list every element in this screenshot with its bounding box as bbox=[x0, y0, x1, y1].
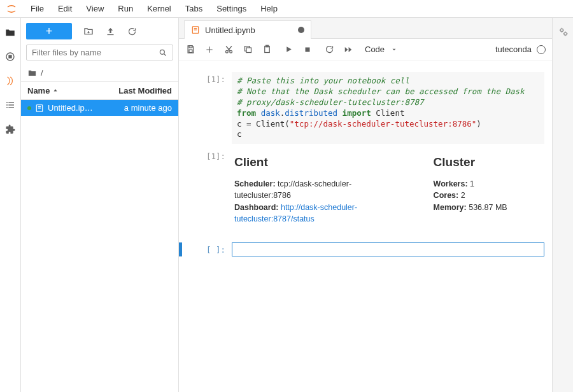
kernel-idle-icon bbox=[537, 45, 546, 54]
menu-settings[interactable]: Settings bbox=[210, 1, 253, 16]
svg-point-20 bbox=[560, 29, 563, 31]
new-launcher-button[interactable]: + bbox=[26, 23, 72, 39]
file-name: Untitled.ip… bbox=[48, 103, 93, 113]
menu-help[interactable]: Help bbox=[254, 1, 284, 16]
svg-rect-3 bbox=[8, 102, 14, 102]
dashboard-label: Dashboard: bbox=[234, 203, 278, 212]
client-heading: Client bbox=[234, 155, 408, 169]
svg-rect-13 bbox=[189, 50, 192, 52]
svg-rect-16 bbox=[246, 48, 251, 53]
output-prompt: [1]: bbox=[182, 149, 232, 231]
cluster-heading: Cluster bbox=[434, 155, 542, 169]
code-editor[interactable]: # Paste this into your notebook cell # N… bbox=[232, 72, 544, 144]
memory-label: Memory: bbox=[434, 203, 467, 212]
search-icon bbox=[159, 48, 167, 57]
filter-input[interactable] bbox=[32, 48, 159, 57]
top-menu-bar: File Edit View Run Kernel Tabs Settings … bbox=[0, 0, 573, 18]
extension-icon[interactable] bbox=[4, 123, 16, 135]
svg-rect-2 bbox=[6, 102, 8, 102]
tab-title: Untitled.ipynb bbox=[205, 25, 255, 35]
refresh-icon[interactable] bbox=[127, 26, 137, 36]
col-modified[interactable]: Last Modified bbox=[118, 86, 172, 95]
folder-icon bbox=[27, 68, 37, 78]
new-folder-icon[interactable] bbox=[83, 26, 94, 36]
copy-icon[interactable] bbox=[243, 45, 253, 55]
left-activity-bar bbox=[0, 18, 21, 392]
menu-edit[interactable]: Edit bbox=[52, 1, 78, 16]
kernel-name: tuteconda bbox=[495, 45, 532, 54]
file-browser: + / Name Last Modified Untitled.ip… bbox=[21, 18, 179, 392]
filter-input-container[interactable] bbox=[26, 45, 173, 60]
breadcrumb[interactable]: / bbox=[21, 64, 178, 81]
file-list-header: Name Last Modified bbox=[21, 81, 178, 100]
kernel-status[interactable]: tuteconda bbox=[495, 45, 546, 54]
menu: File Edit View Run Kernel Tabs Settings … bbox=[24, 1, 284, 16]
input-prompt: [ ]: bbox=[182, 242, 232, 256]
svg-point-21 bbox=[563, 32, 566, 34]
cut-icon[interactable] bbox=[223, 45, 234, 55]
work-area: Untitled.ipynb Code tutecond bbox=[179, 18, 552, 392]
svg-rect-4 bbox=[6, 104, 8, 105]
cores-value: 2 bbox=[461, 191, 465, 200]
memory-value: 536.87 MB bbox=[469, 203, 507, 212]
file-row[interactable]: Untitled.ip… a minute ago bbox=[21, 100, 178, 116]
folder-icon[interactable] bbox=[4, 27, 16, 38]
notebook-panel: Code tuteconda [1]: # Paste this into yo… bbox=[179, 38, 552, 392]
running-icon[interactable] bbox=[4, 51, 16, 62]
running-indicator-icon bbox=[27, 106, 31, 110]
notebook-icon bbox=[35, 104, 44, 113]
code-cell[interactable]: [1]: # Paste this into your notebook cel… bbox=[179, 69, 552, 146]
svg-rect-19 bbox=[306, 47, 310, 52]
breadcrumb-root[interactable]: / bbox=[41, 68, 43, 78]
restart-icon[interactable] bbox=[324, 45, 334, 55]
svg-point-9 bbox=[160, 50, 164, 54]
cell-type-select[interactable]: Code bbox=[365, 45, 397, 54]
input-prompt: [1]: bbox=[182, 72, 232, 144]
col-name[interactable]: Name bbox=[27, 86, 59, 95]
paste-icon[interactable] bbox=[262, 45, 272, 55]
menu-tabs[interactable]: Tabs bbox=[179, 1, 209, 16]
workers-value: 1 bbox=[470, 179, 474, 188]
toc-icon[interactable] bbox=[4, 99, 16, 111]
workers-label: Workers: bbox=[434, 179, 468, 188]
svg-rect-7 bbox=[8, 107, 14, 108]
code-cell-empty[interactable]: [ ]: bbox=[179, 240, 552, 259]
add-cell-icon[interactable] bbox=[204, 45, 215, 55]
tab-notebook[interactable]: Untitled.ipynb bbox=[184, 20, 311, 39]
menu-file[interactable]: File bbox=[24, 1, 50, 16]
fast-forward-icon[interactable] bbox=[343, 45, 353, 55]
file-list: Untitled.ip… a minute ago bbox=[21, 100, 178, 392]
upload-icon[interactable] bbox=[105, 26, 115, 36]
cells-container: [1]: # Paste this into your notebook cel… bbox=[179, 60, 552, 392]
svg-rect-6 bbox=[6, 107, 8, 108]
run-icon[interactable] bbox=[283, 45, 294, 55]
stop-icon[interactable] bbox=[302, 45, 313, 55]
tab-bar: Untitled.ipynb bbox=[179, 18, 552, 38]
menu-kernel[interactable]: Kernel bbox=[141, 1, 178, 16]
save-icon[interactable] bbox=[185, 45, 195, 55]
output-cell: [1]: Client Scheduler: tcp://dask-schedu… bbox=[179, 146, 552, 234]
notebook-icon bbox=[191, 25, 200, 34]
menu-run[interactable]: Run bbox=[111, 1, 139, 16]
property-inspector-icon[interactable] bbox=[557, 25, 569, 37]
svg-rect-12 bbox=[189, 46, 192, 48]
scheduler-label: Scheduler: bbox=[234, 179, 276, 188]
menu-view[interactable]: View bbox=[80, 1, 110, 16]
notebook-toolbar: Code tuteconda bbox=[179, 39, 552, 60]
file-modified: a minute ago bbox=[124, 103, 172, 113]
sort-asc-icon bbox=[52, 88, 59, 94]
cores-label: Cores: bbox=[434, 191, 459, 200]
dask-icon[interactable] bbox=[4, 75, 16, 87]
cell-output: Client Scheduler: tcp://dask-scheduler-t… bbox=[232, 149, 544, 231]
right-sidebar bbox=[552, 18, 573, 392]
cell-type-label: Code bbox=[365, 45, 385, 54]
jupyter-logo bbox=[5, 3, 18, 15]
chevron-down-icon bbox=[391, 46, 397, 53]
svg-rect-5 bbox=[8, 104, 14, 105]
code-editor[interactable] bbox=[232, 242, 544, 256]
svg-rect-1 bbox=[9, 55, 11, 58]
svg-rect-8 bbox=[107, 34, 113, 34]
dirty-indicator-icon[interactable] bbox=[298, 27, 304, 33]
